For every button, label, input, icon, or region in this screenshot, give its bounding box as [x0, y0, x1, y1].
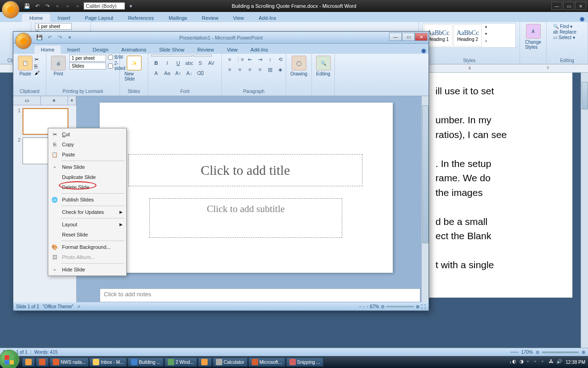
volume-icon[interactable]: 🔊 [556, 359, 563, 365]
tab-review[interactable]: Review [191, 46, 220, 54]
tab-insert[interactable]: Insert [61, 46, 86, 54]
taskbar-item[interactable] [198, 357, 212, 367]
taskbar-item[interactable]: Inbox - M... [90, 357, 127, 367]
maximize-button[interactable]: ▭ [402, 33, 415, 41]
taskbar-item[interactable]: 2 Wind... [164, 357, 197, 367]
outline-tab[interactable]: ≡ [41, 96, 68, 105]
numbering-icon[interactable]: ⋮≡ [235, 55, 245, 64]
grow-font-icon[interactable]: A↑ [173, 69, 183, 78]
clear-format-icon[interactable]: ⌫ [195, 69, 205, 78]
font-name-combo[interactable] [151, 55, 192, 57]
view-buttons[interactable]: ▫▫▫▫▫ [510, 350, 519, 355]
ctx-reset-slide[interactable]: Reset Slide [49, 230, 125, 240]
minimize-button[interactable]: — [389, 33, 402, 41]
help-icon[interactable]: ◉ [580, 16, 584, 22]
replace-button[interactable]: abReplace [553, 29, 581, 34]
strike-icon[interactable]: abc [184, 58, 194, 68]
view-normal-icon[interactable]: ▫ [359, 304, 361, 309]
tray-expand-icon[interactable]: ‹ [510, 360, 511, 365]
ctx-check-updates[interactable]: Check for Updates▶ [49, 207, 125, 217]
view-sorter-icon[interactable]: ▫ [363, 304, 365, 309]
zoom-out-icon[interactable]: ⊖ [381, 304, 384, 309]
zoom-level[interactable]: 67% [370, 304, 379, 309]
underline-icon[interactable]: U [173, 58, 183, 68]
tab-view[interactable]: View [226, 14, 251, 22]
styles-more-icon[interactable]: ▿ [483, 39, 489, 46]
save-icon[interactable]: 💾 [23, 2, 31, 10]
editing-button[interactable]: 🔍Editing [315, 55, 332, 77]
spellcheck-icon[interactable]: ✓ [77, 304, 81, 309]
per-sheet-combo[interactable]: 1 per sheet [69, 55, 106, 62]
ctx-paste[interactable]: 📋Paste [49, 150, 125, 160]
slides-tab[interactable]: ▭ [13, 96, 41, 105]
close-button[interactable]: ✕ [415, 33, 428, 41]
ctx-cut[interactable]: ✂CuCutt [49, 129, 125, 139]
text-direction-icon[interactable]: ⟲ [275, 55, 285, 64]
tab-review[interactable]: Review [194, 14, 226, 22]
indent-dec-icon[interactable]: ⇤ [245, 55, 255, 64]
font-color-icon[interactable]: A [151, 69, 161, 78]
tray-icon[interactable]: ▫ [534, 359, 541, 365]
style-heading2[interactable]: AaBbCcHeading 2 [453, 24, 482, 46]
clock[interactable]: 12:38 PM [565, 360, 585, 365]
start-button[interactable] [0, 350, 19, 368]
network-icon[interactable]: 🖧 [549, 359, 555, 365]
slide-edit-area[interactable]: Click to add title Click to add subtitle… [77, 96, 429, 302]
shrink-font-icon[interactable]: A↓ [184, 69, 194, 78]
tray-icon[interactable]: ▫ [542, 359, 548, 365]
pp-titlebar[interactable]: 🟠 💾 ↶ ↷ ▾ Presentation1 - Microsoft Powe… [13, 32, 429, 44]
taskbar-item[interactable]: Calculator [213, 357, 248, 367]
view-show-icon[interactable]: ▫ [366, 304, 368, 309]
ctx-format-background[interactable]: 🎨Format Background... [49, 242, 125, 252]
print-button[interactable]: 🖨Print [49, 55, 68, 77]
copy-icon[interactable]: ⎘ [34, 63, 40, 69]
office-button-word[interactable]: 🟠 [2, 1, 19, 18]
taskbar-quick-launch[interactable] [22, 357, 35, 367]
format-painter-icon[interactable]: 🖌 [34, 70, 40, 75]
slides-combo[interactable]: Slides [69, 63, 106, 69]
zoom-slider[interactable] [542, 351, 579, 353]
justify-icon[interactable]: ≡ [255, 65, 265, 74]
tray-icon[interactable]: ◐ [512, 359, 519, 365]
qat-icon[interactable]: ▫ [63, 2, 72, 10]
theme-indicator[interactable]: "Office Theme" [43, 304, 74, 309]
find-button[interactable]: 🔍Find ▾ [553, 24, 581, 29]
maximize-button[interactable]: ▭ [563, 2, 574, 10]
tray-icon[interactable]: ◑ [520, 359, 526, 365]
office-button-pp[interactable]: 🟠 [15, 33, 32, 49]
ctx-layout[interactable]: Layout▶ [49, 219, 125, 230]
tray-icon[interactable]: ▫ [527, 359, 533, 365]
indent-inc-icon[interactable]: ⇥ [255, 55, 265, 64]
styles-scroll-up-icon[interactable]: ▴ [483, 24, 489, 32]
ctx-duplicate-slide[interactable]: Duplicate Slide [49, 172, 125, 182]
slide-canvas[interactable]: Click to add title Click to add subtitle [100, 103, 393, 273]
taskbar-quick-launch[interactable] [36, 357, 49, 367]
save-icon[interactable]: 💾 [35, 34, 44, 42]
ctx-copy[interactable]: ⎘Copy [49, 139, 125, 150]
pp-vertical-scrollbar[interactable] [421, 96, 429, 302]
bullets-icon[interactable]: ≡ [225, 55, 235, 64]
tab-add-ins[interactable]: Add-Ins [251, 14, 283, 22]
drawing-button[interactable]: ◯Drawing [289, 55, 309, 77]
tab-insert[interactable]: Insert [50, 14, 78, 22]
notes-pane[interactable]: Click to add notes [100, 288, 420, 302]
smartart-icon[interactable]: ◈ [275, 65, 285, 74]
close-pane-icon[interactable]: × [68, 96, 76, 105]
align-center-icon[interactable]: ≡ [235, 65, 245, 74]
undo-icon[interactable]: ↶ [33, 2, 41, 10]
zoom-in-icon[interactable]: ⊕ [582, 350, 585, 355]
styles-scroll-down-icon[interactable]: ▾ [483, 32, 489, 39]
ctx-delete-slide[interactable]: Delete Slide [49, 182, 125, 192]
zoom-out-icon[interactable]: ⊖ [536, 350, 539, 355]
slide-indicator[interactable]: Slide 1 of 2 [16, 304, 39, 309]
char-spacing-icon[interactable]: AV [206, 58, 216, 68]
tab-home[interactable]: Home [34, 46, 61, 54]
zoom-level[interactable]: 170% [521, 350, 533, 355]
tab-references[interactable]: References [121, 14, 161, 22]
taskbar-item[interactable]: NWS rada... [50, 357, 89, 367]
qat-dropdown-icon[interactable]: ▾ [66, 34, 74, 42]
font-size-combo[interactable] [193, 55, 212, 57]
qat-icon[interactable]: ▫ [53, 2, 62, 10]
line-spacing-icon[interactable]: ↕ [265, 55, 275, 64]
change-case-icon[interactable]: Aa [162, 69, 172, 78]
